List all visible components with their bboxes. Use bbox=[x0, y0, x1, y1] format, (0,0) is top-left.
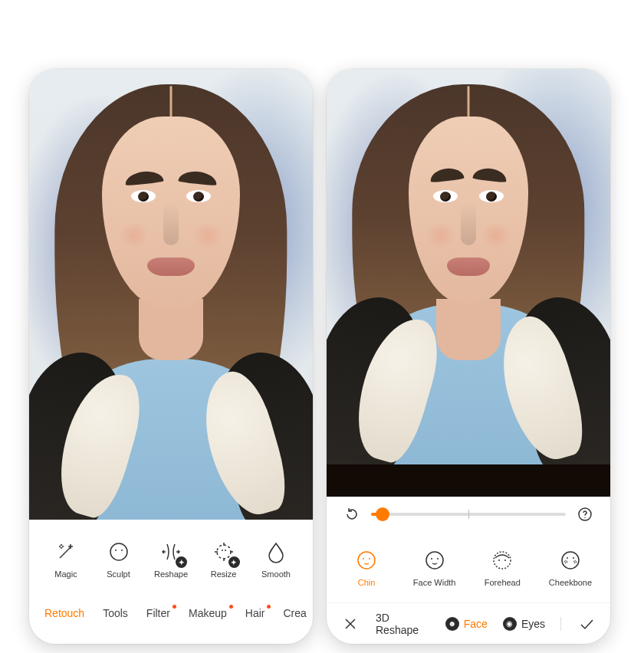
svg-point-16 bbox=[504, 559, 506, 561]
svg-point-7 bbox=[584, 517, 586, 519]
tab-hair[interactable]: Hair bbox=[245, 607, 265, 619]
svg-point-15 bbox=[498, 559, 500, 561]
tool-reshape[interactable]: ✦ Reshape bbox=[148, 539, 194, 579]
help-icon[interactable] bbox=[577, 506, 593, 523]
svg-point-8 bbox=[358, 552, 375, 569]
tool-resize[interactable]: ✦ Resize bbox=[201, 539, 247, 579]
photo-canvas[interactable] bbox=[29, 69, 313, 520]
svg-point-3 bbox=[217, 545, 231, 559]
slider-thumb[interactable] bbox=[376, 507, 389, 521]
tool-label: Reshape bbox=[154, 569, 188, 579]
svg-point-19 bbox=[573, 557, 574, 559]
face-width-icon bbox=[422, 547, 448, 573]
svg-point-13 bbox=[437, 558, 439, 559]
phone-left: Magic Sculpt ✦ Reshape ✦ Re bbox=[29, 69, 313, 644]
svg-point-17 bbox=[562, 552, 579, 569]
category-tabs: Retouch Tools Filter Makeup Hair Crea bbox=[29, 593, 313, 633]
tab-label: Hair bbox=[245, 607, 265, 619]
pro-badge-icon: ✦ bbox=[228, 556, 240, 568]
option-label: Chin bbox=[358, 578, 376, 587]
option-cheekbone[interactable]: Cheekbone bbox=[547, 547, 593, 587]
confirm-bar: 3D Reshape ☻ Face ◉ Eyes bbox=[327, 602, 610, 644]
svg-point-1 bbox=[115, 550, 117, 551]
magic-wand-icon bbox=[53, 539, 79, 565]
tool-label: Sculpt bbox=[107, 569, 130, 579]
reset-icon[interactable] bbox=[343, 506, 360, 523]
option-label: Forehead bbox=[485, 578, 521, 587]
forehead-icon bbox=[489, 547, 515, 573]
phone-right: Chin Face Width Forehead Cheekbone bbox=[327, 69, 610, 644]
tab-filter[interactable]: Filter bbox=[146, 607, 170, 619]
option-forehead[interactable]: Forehead bbox=[479, 547, 525, 587]
tool-label: Magic bbox=[54, 569, 77, 579]
svg-point-2 bbox=[121, 550, 123, 551]
svg-point-0 bbox=[110, 543, 127, 560]
chip-label: Face bbox=[464, 618, 488, 630]
svg-point-21 bbox=[573, 561, 576, 563]
tool-label: Resize bbox=[211, 569, 237, 579]
reshape-icon: ✦ bbox=[158, 539, 184, 565]
svg-point-11 bbox=[426, 552, 443, 569]
reshape-options: Chin Face Width Forehead Cheekbone bbox=[327, 532, 610, 602]
option-label: Cheekbone bbox=[549, 578, 592, 587]
check-icon[interactable] bbox=[577, 614, 596, 634]
chip-eyes[interactable]: ◉ Eyes bbox=[503, 617, 545, 631]
panel-title: 3D Reshape bbox=[376, 612, 430, 636]
tool-label: Smooth bbox=[261, 569, 291, 579]
tool-magic[interactable]: Magic bbox=[43, 539, 89, 579]
pro-badge-icon: ✦ bbox=[176, 556, 187, 568]
option-chin[interactable]: Chin bbox=[343, 547, 389, 587]
svg-point-18 bbox=[567, 557, 568, 559]
tab-tools[interactable]: Tools bbox=[103, 607, 128, 619]
svg-point-4 bbox=[222, 550, 223, 551]
tab-makeup[interactable]: Makeup bbox=[189, 607, 227, 619]
svg-point-12 bbox=[431, 558, 432, 559]
intensity-slider[interactable] bbox=[371, 513, 566, 516]
svg-point-9 bbox=[363, 558, 364, 559]
photo-letterbox bbox=[327, 464, 610, 497]
tab-create[interactable]: Crea bbox=[283, 607, 306, 619]
option-label: Face Width bbox=[413, 578, 456, 587]
svg-point-10 bbox=[369, 558, 370, 559]
tab-retouch[interactable]: Retouch bbox=[44, 607, 84, 619]
tool-row: Magic Sculpt ✦ Reshape ✦ Re bbox=[29, 520, 313, 593]
close-icon[interactable] bbox=[340, 614, 360, 634]
chip-face[interactable]: ☻ Face bbox=[445, 617, 488, 631]
chin-face-icon bbox=[353, 547, 380, 573]
face-outline-icon bbox=[106, 539, 132, 565]
chip-label: Eyes bbox=[521, 618, 545, 630]
face-chip-icon: ☻ bbox=[445, 617, 459, 631]
new-dot-icon bbox=[172, 605, 176, 609]
droplet-icon bbox=[263, 539, 289, 565]
tab-label: Makeup bbox=[189, 607, 227, 619]
resize-icon: ✦ bbox=[211, 539, 237, 565]
new-dot-icon bbox=[267, 605, 271, 609]
cheekbone-icon bbox=[557, 547, 583, 573]
svg-point-5 bbox=[225, 550, 226, 551]
separator bbox=[560, 617, 561, 631]
new-dot-icon bbox=[229, 605, 233, 609]
slider-row bbox=[327, 497, 610, 532]
eyes-chip-icon: ◉ bbox=[503, 617, 517, 631]
tool-sculpt[interactable]: Sculpt bbox=[96, 539, 142, 579]
photo-canvas[interactable] bbox=[327, 69, 610, 464]
tool-smooth[interactable]: Smooth bbox=[253, 539, 299, 579]
tab-label: Filter bbox=[146, 607, 170, 619]
svg-point-20 bbox=[564, 561, 567, 563]
option-face-width[interactable]: Face Width bbox=[412, 547, 458, 587]
